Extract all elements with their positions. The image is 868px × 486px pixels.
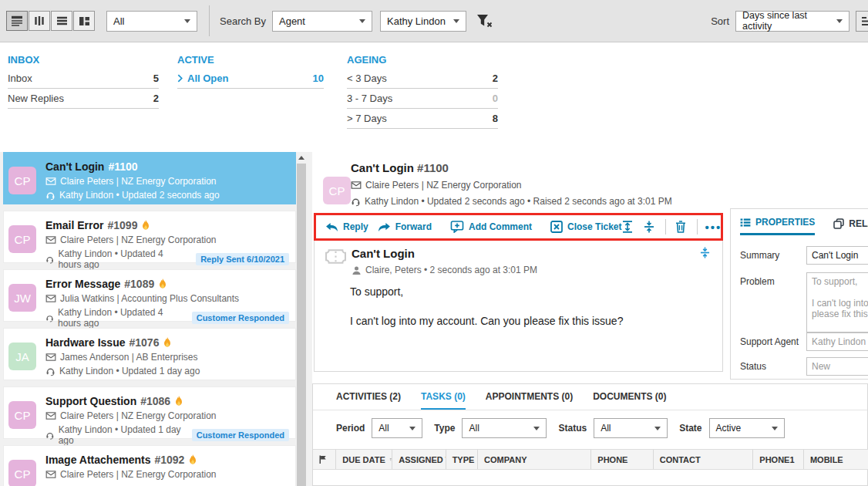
- card-list-view-icon: [11, 15, 23, 26]
- reply-icon: [325, 222, 338, 232]
- mobile-column-header[interactable]: MOBILE: [804, 450, 868, 469]
- avatar: JW: [8, 284, 36, 312]
- column-label: CONTACT: [660, 455, 701, 464]
- status-badge: Customer Responded: [192, 429, 289, 441]
- flag-column-header[interactable]: [313, 450, 336, 469]
- ageing-under-3-days[interactable]: < 3 Days 2: [347, 69, 498, 89]
- envelope-icon: [45, 471, 56, 478]
- chevron-down-icon: [184, 19, 190, 23]
- ticket-contact: Claire Peters | NZ Energy Corporation: [60, 235, 217, 245]
- ticket-list-scrollbar[interactable]: [296, 152, 307, 486]
- top-toolbar: All Search By Agent Kathy Lindon Sort Da…: [0, 0, 868, 42]
- more-actions-button[interactable]: •••: [705, 221, 722, 234]
- add-comment-button[interactable]: Add Comment: [450, 221, 532, 233]
- problem-input[interactable]: To support, I can't log into please fix …: [806, 272, 868, 332]
- properties-list-icon: [740, 218, 751, 227]
- active-counter-group: ACTIVE All Open 10: [177, 54, 324, 89]
- category-filter-select[interactable]: All: [106, 11, 197, 32]
- trash-icon: [675, 221, 686, 233]
- scroll-up-button[interactable]: [296, 152, 307, 164]
- ticket-list-item[interactable]: CP Support Question#1086 Claire Peters |…: [3, 386, 296, 439]
- type-filter-value: All: [469, 423, 479, 434]
- ageing-over-7-days[interactable]: > 7 Days 8: [347, 109, 498, 129]
- message-meta: Claire, Peters • 2 seconds ago at 3:01 P…: [365, 265, 537, 275]
- sort-select[interactable]: Days since last activity: [735, 11, 849, 32]
- tab-documents[interactable]: DOCUMENTS (0): [593, 391, 666, 410]
- collapse-all-button[interactable]: [644, 221, 654, 233]
- column-view-button[interactable]: [29, 11, 50, 31]
- ticket-list-item[interactable]: JA Hardware Issue#1076 James Anderson | …: [3, 328, 296, 380]
- expand-all-button[interactable]: [622, 221, 633, 233]
- state-filter-label: State: [679, 423, 701, 434]
- period-filter-select[interactable]: All: [372, 418, 422, 438]
- card-list-view-button[interactable]: [6, 11, 28, 31]
- clear-filter-button[interactable]: [476, 14, 493, 28]
- new-replies-counter[interactable]: New Replies 2: [8, 89, 159, 109]
- tab-properties[interactable]: PROPERTIES: [740, 217, 815, 235]
- agent-value: Kathy Lindon: [387, 15, 446, 27]
- search-by-select[interactable]: Agent: [272, 11, 372, 32]
- status-input[interactable]: New: [806, 357, 868, 376]
- main-content: CP Can't Login#1100 Claire Peters | NZ E…: [0, 152, 868, 486]
- status-filter-value: All: [601, 423, 611, 434]
- chevron-down-icon: [654, 427, 661, 430]
- split-view-button[interactable]: [73, 11, 95, 31]
- contact-column-header[interactable]: CONTACT: [654, 450, 754, 469]
- tab-properties-label: PROPERTIES: [755, 217, 815, 228]
- detail-title: Can't Login: [351, 161, 414, 174]
- message-collapse-button[interactable]: [700, 247, 710, 258]
- ageing-count: 0: [493, 93, 498, 104]
- ticket-list-item[interactable]: JW Error Message#1089 Julia Watkins | Ac…: [3, 269, 296, 322]
- type-filter-select[interactable]: All: [462, 418, 547, 438]
- column-label: TYPE: [453, 455, 475, 464]
- list-view-button[interactable]: [51, 11, 72, 31]
- toolbar-divider: [665, 219, 666, 235]
- status-filter-select[interactable]: All: [594, 418, 668, 438]
- agent-select[interactable]: Kathy Lindon: [380, 11, 466, 32]
- support-agent-input[interactable]: Kathy Lindon: [806, 332, 868, 351]
- urgent-flame-icon: [141, 220, 150, 231]
- chevron-down-icon: [836, 19, 843, 23]
- scrollbar-thumb[interactable]: [297, 164, 306, 486]
- column-label: MOBILE: [810, 455, 843, 464]
- tab-related[interactable]: RELATED: [833, 217, 868, 235]
- phone1-column-header[interactable]: PHONE1: [753, 450, 804, 469]
- ageing-label: < 3 Days: [347, 73, 387, 84]
- summary-input[interactable]: Can't Login: [806, 246, 868, 265]
- urgent-flame-icon: [163, 337, 172, 348]
- state-filter-select[interactable]: Active: [709, 418, 785, 438]
- filter-clear-icon: [476, 14, 493, 28]
- sort-ascending-icon: [389, 455, 392, 464]
- view-toggle-group: [6, 11, 96, 31]
- ticket-id: #1089: [124, 278, 154, 290]
- ageing-3-7-days[interactable]: 3 - 7 Days 0: [347, 89, 498, 109]
- sort-direction-button[interactable]: [856, 11, 868, 32]
- close-ticket-button[interactable]: Close Ticket: [550, 221, 621, 233]
- inbox-counter[interactable]: Inbox 5: [8, 69, 159, 89]
- tab-tasks[interactable]: TASKS (0): [421, 391, 466, 410]
- delete-button[interactable]: [675, 221, 686, 233]
- tab-activities[interactable]: ACTIVITIES (2): [336, 391, 401, 410]
- close-ticket-icon: [550, 221, 563, 233]
- due-date-column-header[interactable]: DUE DATE: [336, 450, 392, 469]
- ticket-list-item[interactable]: CP Can't Login#1100 Claire Peters | NZ E…: [3, 152, 296, 204]
- phone-column-header[interactable]: PHONE: [591, 450, 653, 469]
- ticket-agent-line: Kathy Lindon • Updated 1 day ago: [59, 424, 184, 446]
- ticket-list-item[interactable]: CP Image Attachements#1092 Claire Peters…: [3, 445, 296, 486]
- all-open-counter[interactable]: All Open 10: [177, 69, 324, 89]
- assigned-to-column-header[interactable]: ASSIGNED TO: [392, 450, 446, 469]
- support-agent-field-label: Support Agent: [740, 332, 806, 351]
- headset-icon: [351, 197, 361, 207]
- ticket-contact: Claire Peters | NZ Energy Corporation: [60, 410, 217, 421]
- sort-value: Days since last activity: [742, 10, 830, 32]
- reply-button[interactable]: Reply: [325, 221, 368, 232]
- status-badge: Customer Responded: [192, 312, 289, 324]
- type-column-header[interactable]: TYPE: [446, 450, 478, 469]
- ticket-list-item[interactable]: CP Email Error#1099 Claire Peters | NZ E…: [3, 211, 296, 263]
- tab-appointments[interactable]: APPOINTMENTS (0): [486, 391, 573, 410]
- forward-button[interactable]: Forward: [378, 221, 432, 232]
- ticket-title: Email Error: [45, 219, 103, 231]
- company-column-header[interactable]: COMPANY: [478, 450, 591, 469]
- ticket-title: Hardware Issue: [45, 336, 126, 349]
- chevron-right-icon: [177, 74, 183, 83]
